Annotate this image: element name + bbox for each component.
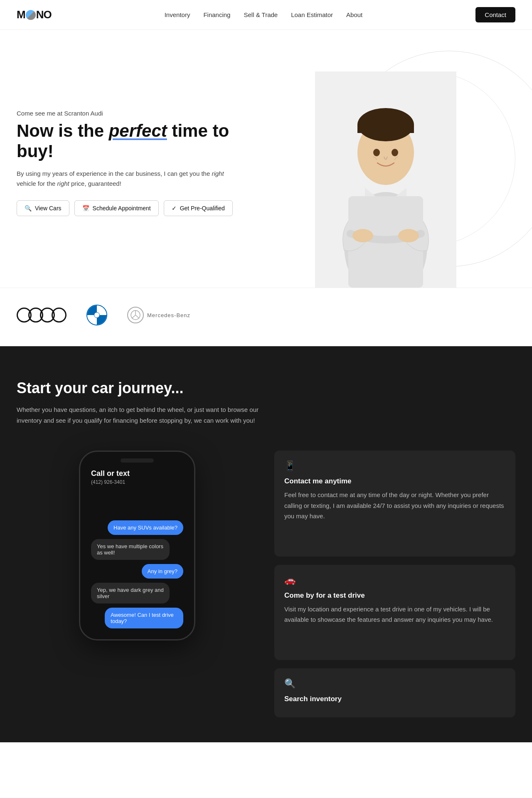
hero-description: By using my years of experience in the c… xyxy=(17,169,233,189)
audi-logo xyxy=(17,308,66,323)
logo-text-m: M xyxy=(17,8,25,21)
hero-person-image xyxy=(315,71,456,288)
dark-section-description: Whether you have questions, an itch to g… xyxy=(17,404,266,426)
svg-point-6 xyxy=(392,149,398,156)
search-icon-card: 🔍 xyxy=(284,678,505,689)
phone-number: (412) 926-3401 xyxy=(91,478,183,486)
chat-message-5: Awesome! Can I test drive today? xyxy=(105,608,183,628)
audi-ring-4 xyxy=(52,308,66,323)
svg-line-13 xyxy=(132,315,135,318)
schedule-label: Schedule Appointment xyxy=(93,205,151,212)
dark-section-heading: Start your car journey... xyxy=(17,379,515,397)
nav-sell-trade[interactable]: Sell & Trade xyxy=(244,11,278,18)
logo[interactable]: M NO xyxy=(17,8,52,21)
search-icon: 🔍 xyxy=(25,205,32,212)
contact-button[interactable]: Contact xyxy=(475,7,515,22)
contact-card-desc: Feel free to contact me at any time of t… xyxy=(284,490,505,522)
chat-message-2: Yes we have multiple colors as well! xyxy=(91,539,170,560)
prequalify-label: Get Pre-Qualified xyxy=(180,205,225,212)
contact-card-title: Contact me anytime xyxy=(284,477,505,485)
star-svg xyxy=(131,310,140,320)
chat-message-3: Any in grey? xyxy=(142,564,183,579)
svg-point-9 xyxy=(398,229,419,242)
hero-title: Now is the perfect time to buy! xyxy=(17,121,233,161)
chat-area: Have any SUVs available? Yes we have mul… xyxy=(87,516,187,633)
phone-mockup: Call or text (412) 926-3401 Have any SUV… xyxy=(79,451,195,640)
feature-cards: 📱 Contact me anytime Feel free to contac… xyxy=(274,451,515,717)
view-cars-label: View Cars xyxy=(35,205,62,212)
phone-notch xyxy=(121,458,154,463)
hero-title-italic: perfect xyxy=(109,121,167,140)
hero-buttons: 🔍 View Cars 📅 Schedule Appointment ✓ Get… xyxy=(17,200,233,216)
test-drive-card-desc: Visit my location and experience a test … xyxy=(284,604,505,625)
audi-rings xyxy=(17,308,66,323)
hero-subtitle: Come see me at Scranton Audi xyxy=(17,110,233,117)
svg-rect-4 xyxy=(357,125,414,133)
logo-text-no: NO xyxy=(36,8,52,21)
nav-financing[interactable]: Financing xyxy=(203,11,230,18)
feature-grid: Call or text (412) 926-3401 Have any SUV… xyxy=(17,451,515,717)
feature-card-contact: 📱 Contact me anytime Feel free to contac… xyxy=(274,451,515,557)
search-card-title: Search inventory xyxy=(284,695,505,703)
view-cars-button[interactable]: 🔍 View Cars xyxy=(17,200,69,216)
hero-section: Come see me at Scranton Audi Now is the … xyxy=(0,30,532,288)
contact-icon: 📱 xyxy=(284,461,505,471)
nav-about[interactable]: About xyxy=(346,11,362,18)
bmw-roundel xyxy=(86,305,107,325)
mercedes-logo: Mercedes-Benz xyxy=(127,307,190,323)
mercedes-star-icon xyxy=(127,307,144,323)
brand-logos-section: Mercedes-Benz xyxy=(0,288,532,346)
schedule-appointment-button[interactable]: 📅 Schedule Appointment xyxy=(74,200,159,216)
phone-call-text: Call or text xyxy=(91,469,183,478)
get-prequalified-button[interactable]: ✓ Get Pre-Qualified xyxy=(164,200,233,216)
nav-inventory[interactable]: Inventory xyxy=(165,11,190,18)
check-icon: ✓ xyxy=(172,205,177,212)
hero-title-plain: Now is the xyxy=(17,121,109,140)
dark-section: Start your car journey... Whether you ha… xyxy=(0,346,532,742)
svg-line-12 xyxy=(135,315,139,318)
chat-message-1: Have any SUVs available? xyxy=(108,520,183,535)
nav-links: Inventory Financing Sell & Trade Loan Es… xyxy=(165,11,363,19)
logo-o-icon xyxy=(26,10,36,20)
bmw-center-circle xyxy=(94,312,100,318)
mercedes-text: Mercedes-Benz xyxy=(147,312,190,318)
chat-message-4: Yep, we have dark grey and silver xyxy=(91,583,170,603)
navbar: M NO Inventory Financing Sell & Trade Lo… xyxy=(0,0,532,30)
hero-image-area xyxy=(239,30,532,288)
phone-mockup-wrapper: Call or text (412) 926-3401 Have any SUV… xyxy=(17,451,258,640)
feature-card-search: 🔍 Search inventory xyxy=(274,668,515,717)
phone-header: Call or text (412) 926-3401 xyxy=(87,469,187,516)
bmw-logo xyxy=(86,305,107,325)
car-icon: 🚗 xyxy=(284,575,505,586)
nav-loan-estimator[interactable]: Loan Estimator xyxy=(291,11,333,18)
person-svg xyxy=(315,71,456,288)
feature-card-test-drive: 🚗 Come by for a test drive Visit my loca… xyxy=(274,565,515,660)
test-drive-card-title: Come by for a test drive xyxy=(284,591,505,600)
svg-point-5 xyxy=(373,149,380,156)
hero-content: Come see me at Scranton Audi Now is the … xyxy=(17,110,233,216)
calendar-icon: 📅 xyxy=(82,205,89,212)
svg-point-8 xyxy=(352,229,373,242)
